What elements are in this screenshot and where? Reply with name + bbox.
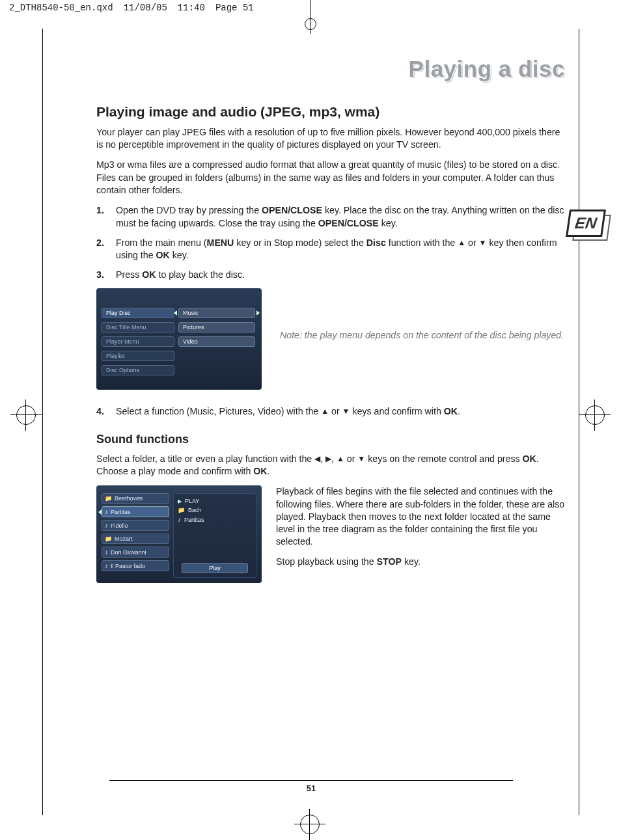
play-menu-note: Note: the play menu depends on the conte… [280, 329, 565, 342]
sound-functions-paragraph: Select a folder, a title or even a play … [96, 453, 565, 478]
left-arrow-icon [314, 454, 320, 464]
page-content: Playing a disc Playing image and audio (… [96, 56, 565, 583]
file-row: Don Giovanni [102, 547, 169, 558]
music-note-icon [105, 562, 108, 569]
ui-and-note-row: Play Disc Disc Title Menu Player Menu Pl… [96, 288, 565, 390]
slug-filename: 2_DTH8540-50_en.qxd [9, 3, 113, 13]
player-menu-right-column: Music Pictures Video [178, 308, 255, 347]
step-text: From the main menu (MENU key or in Stop … [116, 237, 565, 263]
step-2: 2. From the main menu (MENU key or in St… [96, 237, 565, 263]
step-list: 1. Open the DVD tray by pressing the OPE… [96, 204, 565, 282]
down-arrow-icon [357, 454, 365, 464]
crop-mark-left [10, 400, 42, 431]
menu-option-music: Music [178, 308, 255, 318]
step-4: 4. Select a function (Music, Pictures, V… [96, 405, 565, 418]
slug-date: 11/08/05 [124, 3, 167, 13]
language-tab: EN [565, 210, 611, 242]
menu-item-title-menu: Disc Title Menu [102, 322, 174, 332]
step-1: 1. Open the DVD tray by pressing the OPE… [96, 204, 565, 230]
step-number: 4. [96, 405, 116, 418]
music-note-icon [105, 508, 108, 515]
file-row: Mozart [102, 534, 169, 544]
panel-head: PLAY [185, 498, 199, 504]
page-frame-hairline [42, 29, 43, 815]
folder-icon [105, 535, 112, 542]
music-note-icon [105, 522, 108, 529]
crop-mark-bottom [294, 809, 325, 840]
step-text: Open the DVD tray by pressing the OPEN/C… [116, 204, 565, 230]
step-number: 3. [96, 269, 116, 282]
slug-page: Page 51 [215, 3, 254, 13]
music-note-icon [105, 549, 108, 556]
menu-option-video: Video [178, 336, 255, 347]
step-list-continued: 4. Select a function (Music, Pictures, V… [96, 405, 565, 418]
menu-option-pictures: Pictures [178, 322, 255, 332]
folder-icon [105, 495, 112, 502]
subsection-heading: Sound functions [96, 433, 565, 446]
step-text: Select a function (Music, Pictures, Vide… [116, 405, 460, 418]
menu-item-disc-options: Disc Options [102, 365, 174, 375]
file-row-selected: Partitas [102, 506, 169, 517]
page-number: 51 [109, 780, 513, 793]
step-number: 2. [96, 237, 116, 263]
file-row: Fidelio [102, 520, 169, 531]
music-note-icon [178, 516, 181, 523]
play-icon [178, 498, 182, 504]
file-list-column: Beethoven Partitas Fidelio Mozart Don Gi… [102, 493, 169, 571]
menu-item-play-disc: Play Disc [102, 308, 174, 318]
file-row: Il Pastor fado [102, 560, 169, 571]
down-arrow-icon [479, 237, 487, 249]
down-arrow-icon [342, 406, 350, 417]
intro-paragraph-2: Mp3 or wma files are a compressed audio … [96, 159, 565, 196]
right-arrow-icon [325, 454, 331, 464]
page-frame-hairline [579, 29, 579, 815]
language-tab-label: EN [566, 210, 606, 237]
step-text: Press OK to play back the disc. [116, 269, 245, 282]
player-menu-screenshot: Play Disc Disc Title Menu Player Menu Pl… [96, 288, 262, 390]
playback-description: Playback of files begins with the file s… [276, 485, 565, 576]
player-menu-left-column: Play Disc Disc Title Menu Player Menu Pl… [102, 308, 174, 375]
section-heading: Playing image and audio (JPEG, mp3, wma) [96, 104, 565, 120]
menu-item-playlist: Playlist [102, 351, 174, 361]
prepress-slug: 2_DTH8540-50_en.qxd 11/08/05 11:40 Page … [9, 3, 254, 13]
playback-behavior-paragraph: Playback of files begins with the file s… [276, 485, 565, 548]
ui-and-text-row: Beethoven Partitas Fidelio Mozart Don Gi… [96, 485, 565, 583]
crop-mark-top [303, 0, 318, 34]
document-page: 2_DTH8540-50_en.qxd 11/08/05 11:40 Page … [0, 0, 621, 840]
play-button: Play [182, 563, 248, 573]
up-arrow-icon [337, 454, 344, 464]
folder-icon [178, 507, 185, 513]
slug-time: 11:40 [178, 3, 205, 13]
intro-paragraph-1: Your player can play JPEG files with a r… [96, 126, 565, 151]
crop-mark-right [579, 400, 611, 431]
menu-item-player-menu: Player Menu [102, 336, 174, 347]
up-arrow-icon [458, 237, 465, 249]
up-arrow-icon [321, 406, 329, 417]
stop-instruction-paragraph: Stop playback using the STOP key. [276, 556, 565, 568]
file-row: Beethoven [102, 493, 169, 504]
page-title: Playing a disc [96, 56, 565, 82]
step-3: 3. Press OK to play back the disc. [96, 269, 565, 282]
file-browser-screenshot: Beethoven Partitas Fidelio Mozart Don Gi… [96, 485, 262, 583]
playback-panel: PLAY Bach Partitas Play [173, 493, 256, 578]
step-number: 1. [96, 204, 116, 230]
